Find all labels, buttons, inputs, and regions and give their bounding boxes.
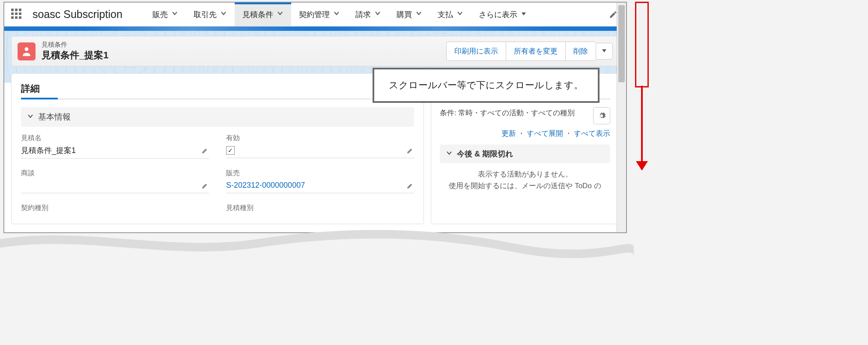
nav-item-contracts[interactable]: 契約管理 [291,3,348,26]
valid-checkbox: ✓ [226,146,235,155]
show-all-link[interactable]: すべて表示 [574,129,610,138]
edit-icon[interactable] [201,147,209,154]
brand-strip [4,27,626,31]
scroll-arrow [641,86,643,163]
field-quote-name: 見積名 見積条件_提案1 [21,134,209,159]
nav-item-more[interactable]: さらに表示 [471,3,534,26]
svg-point-0 [25,47,29,51]
scrollbar-highlight [635,2,649,87]
print-button[interactable]: 印刷用に表示 [446,42,506,61]
nav-items: 販売 取引先 見積条件 契約管理 請求 購買 支払 さらに表示 [145,3,609,26]
nav-item-payment[interactable]: 支払 [430,3,471,26]
global-nav: soasc Subscription 販売 取引先 見積条件 契約管理 請求 購… [4,3,626,27]
activity-filter: 条件: 常時・すべての活動・すべての種別 [440,107,610,120]
action-bar: 印刷用に表示 所有者を変更 削除 [446,42,613,61]
instruction-callout: スクロールバー等で下にスクロールします。 [373,68,600,103]
field-quote-type: 見積種別 [226,204,414,215]
detail-tab[interactable]: 詳細 [21,82,414,99]
delete-button[interactable]: 削除 [565,42,596,61]
expand-all-link[interactable]: すべて展開 [527,129,563,138]
activity-links: 更新・すべて展開・すべて表示 [440,129,610,138]
nav-item-sales[interactable]: 販売 [145,3,186,26]
nav-item-quote-conditions[interactable]: 見積条件 [235,3,291,26]
nav-item-accounts[interactable]: 取引先 [186,3,235,26]
app-window: soasc Subscription 販売 取引先 見積条件 契約管理 請求 購… [3,2,627,233]
field-opportunity: 商談 [21,169,209,193]
edit-icon[interactable] [406,182,414,189]
section-basic-info[interactable]: 基本情報 [21,107,414,127]
field-contract-type: 契約種別 [21,204,209,215]
record-header: 見積条件 見積条件_提案1 印刷用に表示 所有者を変更 削除 [11,36,619,66]
scrollbar-track[interactable] [617,3,626,232]
app-title: soasc Subscription [33,8,122,21]
chevron-down-icon [446,150,453,159]
sales-link[interactable]: S-202312-0000000007 [226,181,305,190]
more-actions-button[interactable] [596,43,613,60]
edit-icon[interactable] [201,182,209,189]
change-owner-button[interactable]: 所有者を変更 [506,42,565,61]
object-label: 見積条件 [42,41,108,49]
scrollbar-thumb[interactable] [618,5,625,82]
edit-icon[interactable] [406,147,414,154]
app-launcher-icon[interactable] [11,9,23,21]
record-name: 見積条件_提案1 [42,49,108,62]
bottom-fade-wave [0,226,634,278]
refresh-link[interactable]: 更新 [501,129,516,138]
no-activities-message: 表示する活動がありません。 使用を開始するには、メールの送信や ToDo の [440,168,610,192]
field-valid: 有効 ✓ [226,134,414,159]
detail-panel: 詳細 基本情報 見積名 見積条件_提案1 有効 ✓ [11,73,424,224]
record-type-icon [18,42,36,60]
gear-icon [597,111,606,120]
chevron-down-icon [27,112,34,122]
activity-settings-button[interactable] [593,107,610,124]
upcoming-overdue-section[interactable]: 今後 & 期限切れ [440,144,610,163]
scroll-arrow-head [636,161,648,171]
edit-nav-icon[interactable] [609,10,617,19]
nav-item-billing[interactable]: 請求 [348,3,389,26]
nav-item-purchase[interactable]: 購買 [389,3,430,26]
field-sales: 販売 S-202312-0000000007 [226,169,414,193]
